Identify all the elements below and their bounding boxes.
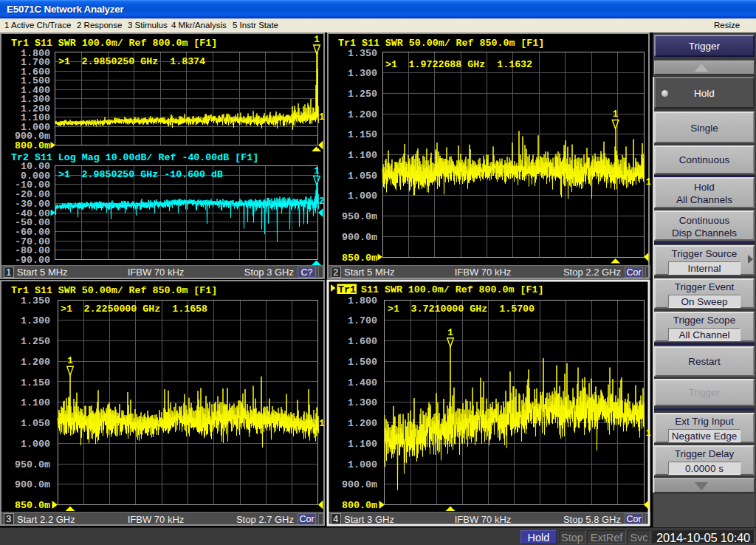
svg-text:1.000: 1.000: [348, 191, 377, 202]
svg-text:1.300: 1.300: [348, 397, 377, 408]
svg-text:1.350: 1.350: [348, 48, 377, 59]
svg-text:850.0m: 850.0m: [15, 500, 50, 511]
svg-text:1: 1: [67, 356, 73, 366]
svg-text:850.0m: 850.0m: [342, 253, 377, 264]
svg-text:1.300: 1.300: [21, 315, 50, 326]
svg-text:2: 2: [319, 196, 325, 207]
svg-text:1.050: 1.050: [348, 171, 377, 182]
svg-text:>1: >1: [58, 56, 70, 67]
svg-text:1.100: 1.100: [348, 439, 377, 450]
svg-text:-90.00: -90.00: [15, 255, 50, 266]
svg-text:900.0m: 900.0m: [342, 232, 377, 243]
svg-text:>1: >1: [61, 304, 72, 315]
svg-text:1: 1: [319, 419, 325, 429]
svg-text:1: 1: [314, 166, 320, 176]
svg-text:950.0m: 950.0m: [15, 459, 50, 470]
svg-text:3.7210000 GHz 1.5700: 3.7210000 GHz 1.5700: [411, 304, 535, 315]
svg-text:1.300: 1.300: [348, 68, 377, 79]
svg-text:1.700: 1.700: [348, 315, 377, 326]
svg-text:1.000: 1.000: [348, 459, 377, 470]
svg-text:1: 1: [646, 177, 652, 188]
svg-text:1.9722688 GHz 1.1632: 1.9722688 GHz 1.1632: [409, 59, 533, 70]
svg-text:1.200: 1.200: [348, 109, 377, 120]
svg-text:>1: >1: [58, 169, 70, 180]
svg-text:1: 1: [314, 35, 320, 45]
svg-text:2.9850250 GHz 1.8374: 2.9850250 GHz 1.8374: [82, 56, 206, 67]
svg-text:>1: >1: [385, 59, 397, 70]
svg-text:1.200: 1.200: [348, 418, 377, 429]
svg-text:1.000: 1.000: [21, 439, 50, 450]
svg-text:800.0m: 800.0m: [342, 500, 377, 511]
svg-text:1: 1: [447, 328, 453, 338]
svg-text:1.350: 1.350: [21, 295, 50, 306]
svg-text:1.150: 1.150: [348, 129, 377, 140]
svg-text:1.500: 1.500: [348, 357, 377, 368]
svg-text:2.9850250 GHz -10.600 dB: 2.9850250 GHz -10.600 dB: [82, 169, 224, 180]
svg-text:2.2250000 GHz 1.1658: 2.2250000 GHz 1.1658: [84, 304, 208, 315]
svg-text:1.250: 1.250: [21, 336, 50, 347]
svg-text:900.0m: 900.0m: [342, 479, 377, 490]
svg-text:1: 1: [613, 109, 619, 120]
svg-text:800.0m: 800.0m: [15, 140, 50, 151]
svg-text:1: 1: [319, 112, 325, 123]
svg-text:1.100: 1.100: [348, 150, 377, 161]
svg-text:1.200: 1.200: [21, 357, 50, 368]
svg-text:S11 SWR 100.0m/ Ref 800.0m [F1: S11 SWR 100.0m/ Ref 800.0m [F1]: [361, 284, 543, 295]
svg-text:950.0m: 950.0m: [342, 211, 377, 222]
svg-text:Tr1: Tr1: [338, 284, 356, 295]
svg-text:1.400: 1.400: [348, 377, 377, 388]
svg-text:900.0m: 900.0m: [15, 479, 50, 490]
svg-text:1.600: 1.600: [348, 336, 377, 347]
svg-text:1.800: 1.800: [348, 295, 377, 306]
svg-text:1.150: 1.150: [21, 377, 50, 388]
svg-text:1.250: 1.250: [348, 89, 377, 100]
svg-text:1.050: 1.050: [21, 418, 50, 429]
svg-text:1: 1: [646, 428, 652, 439]
svg-text:>1: >1: [388, 304, 399, 315]
svg-text:1.100: 1.100: [21, 397, 50, 408]
